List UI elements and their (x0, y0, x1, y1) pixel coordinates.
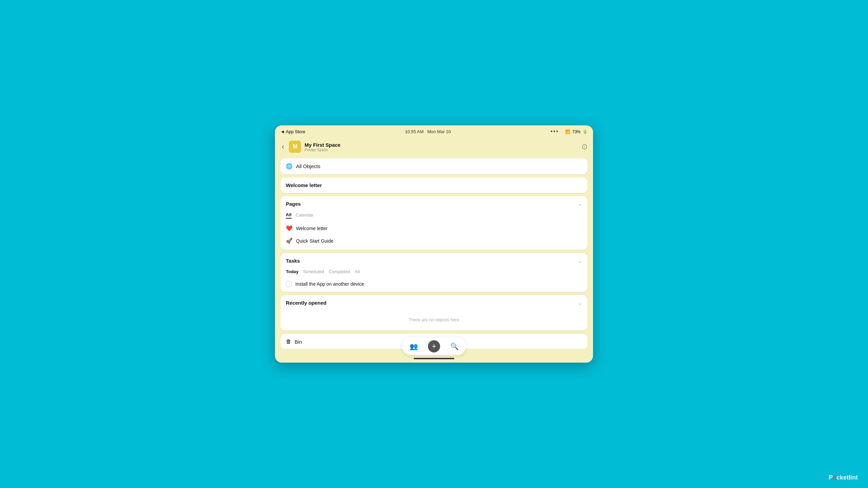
pages-tabs: All Calendar (280, 211, 588, 222)
battery-icon: 🔋 (583, 129, 588, 134)
welcome-letter-row[interactable]: Welcome letter (280, 178, 588, 193)
pages-title: Pages (286, 201, 301, 207)
recently-opened-title: Recently opened (286, 300, 327, 306)
battery-percent: 73% (572, 129, 580, 134)
space-avatar: M (289, 141, 301, 153)
settings-button[interactable]: ⊙ (581, 142, 588, 151)
members-tab-button[interactable]: 👥 (408, 340, 420, 352)
space-name: My First Space (304, 142, 340, 148)
bottom-bar: 👥 + 🔍 (275, 338, 593, 363)
tasks-header[interactable]: Tasks ⌄ (280, 253, 588, 268)
back-to-appstore[interactable]: ◄ App Store (280, 129, 305, 134)
status-time: 10:55 AM (405, 129, 423, 134)
pages-tab-all[interactable]: All (286, 211, 292, 219)
welcome-letter-card: Welcome letter (280, 178, 588, 193)
recently-opened-header[interactable]: Recently opened ⌄ (280, 295, 588, 310)
quickstart-page-label: Quick Start Guide (296, 238, 334, 244)
list-item[interactable]: ❤️ Welcome letter (280, 222, 588, 235)
welcome-letter-label: Welcome letter (286, 182, 322, 188)
pages-card: Pages ⌄ All Calendar ❤️ Welcome letter 🚀… (280, 196, 588, 250)
three-dots: ••• (550, 128, 559, 135)
device-frame: ◄ App Store 10:55 AM Mon Mar 10 ••• 📶 73… (275, 125, 593, 363)
recently-opened-label: Recently opened (286, 300, 327, 306)
back-button[interactable]: ‹ (280, 141, 285, 152)
task-label: Install the App on another device (295, 281, 364, 287)
tasks-tabs: Today Scheduled Completed All (280, 268, 588, 278)
tasks-label: Tasks (286, 258, 300, 264)
bottom-tabs: 👥 + 🔍 (402, 338, 466, 355)
all-objects-label: All Objects (296, 163, 320, 169)
recently-opened-card: Recently opened ⌄ There are no objects h… (280, 295, 588, 330)
pages-header[interactable]: Pages ⌄ (280, 196, 588, 211)
pages-tab-calendar[interactable]: Calendar (296, 211, 314, 219)
tasks-chevron-icon: ⌄ (578, 258, 582, 264)
watermark: Pocketlint (829, 474, 858, 481)
tasks-card: Tasks ⌄ Today Scheduled Completed All In… (280, 253, 588, 292)
search-icon: 🔍 (450, 342, 459, 350)
tasks-tab-all[interactable]: All (355, 268, 360, 275)
wifi-icon: 📶 (565, 129, 570, 134)
all-objects-row[interactable]: 🌐 All Objects (280, 158, 588, 174)
space-subtitle: Private Space (304, 148, 340, 152)
home-indicator (414, 358, 454, 359)
tasks-tab-today[interactable]: Today (286, 268, 298, 275)
quickstart-page-icon: 🚀 (286, 238, 293, 244)
main-content: 🌐 All Objects Welcome letter Pages ⌄ All… (275, 156, 593, 349)
search-tab-button[interactable]: 🔍 (448, 340, 460, 352)
members-icon: 👥 (410, 342, 418, 350)
list-item[interactable]: Install the App on another device (280, 278, 588, 292)
pages-chevron-icon: ⌄ (578, 201, 582, 207)
status-date: Mon Mar 10 (427, 129, 451, 134)
welcome-letter-page-label: Welcome letter (296, 226, 328, 231)
welcome-letter-page-icon: ❤️ (286, 225, 293, 231)
pages-list: ❤️ Welcome letter 🚀 Quick Start Guide (280, 222, 588, 250)
all-objects-card: 🌐 All Objects (280, 158, 588, 174)
space-info: My First Space Private Space (304, 142, 340, 152)
status-right: ••• 📶 73% 🔋 (550, 128, 588, 135)
tasks-title: Tasks (286, 258, 300, 264)
header: ‹ M My First Space Private Space ⊙ (275, 138, 593, 156)
tasks-tab-scheduled[interactable]: Scheduled (303, 268, 324, 275)
all-objects-icon: 🌐 (286, 163, 293, 169)
header-right: ⊙ (581, 142, 588, 151)
tasks-tab-completed[interactable]: Completed (329, 268, 350, 275)
status-bar: ◄ App Store 10:55 AM Mon Mar 10 ••• 📶 73… (275, 125, 593, 138)
task-checkbox[interactable] (286, 281, 292, 287)
list-item[interactable]: 🚀 Quick Start Guide (280, 235, 588, 247)
status-left: ◄ App Store (280, 129, 305, 134)
add-tab-button[interactable]: + (428, 340, 440, 352)
status-time-date: 10:55 AM Mon Mar 10 (405, 129, 451, 134)
pages-label: Pages (286, 201, 301, 207)
recently-opened-chevron-icon: ⌄ (578, 300, 582, 306)
no-objects-text: There are no objects here (280, 310, 588, 330)
header-left: ‹ M My First Space Private Space (280, 141, 340, 153)
add-icon: + (432, 342, 436, 351)
